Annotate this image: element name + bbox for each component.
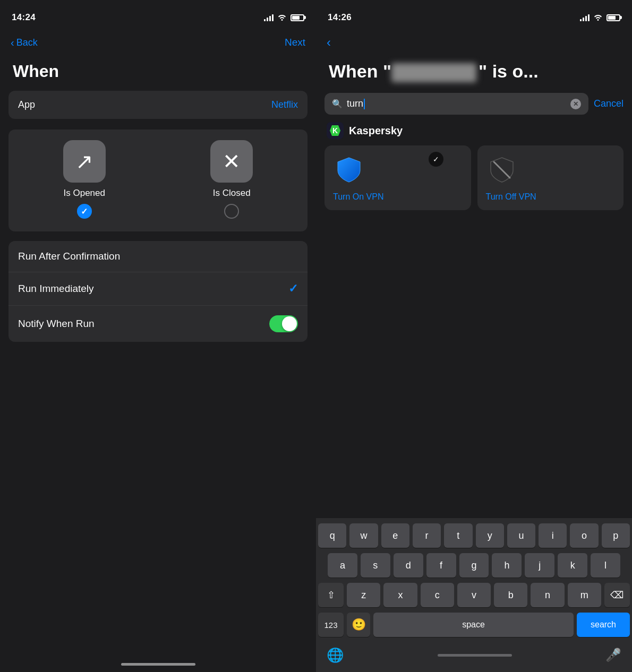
right-wifi-icon — [593, 13, 603, 22]
key-j[interactable]: j — [525, 553, 554, 578]
right-panel: 14:26 ‹ When " " is o... — [316, 0, 632, 672]
run-settings-card: Run After Confirmation Run Immediately ✓… — [8, 241, 308, 342]
page-heading: When " " is o... — [316, 56, 632, 93]
keyboard-row-4: 123 🙂 space search — [318, 613, 630, 637]
is-closed-icon: ✕ — [210, 140, 253, 183]
key-f[interactable]: f — [426, 553, 456, 578]
shield-on-icon — [335, 156, 363, 184]
search-container: 🔍 turn ✕ Cancel — [324, 93, 624, 115]
search-input[interactable]: turn — [347, 98, 566, 109]
key-y[interactable]: y — [476, 523, 504, 548]
keyboard-bottom-bar: 🌐 🎤 — [318, 642, 630, 670]
turn-on-vpn-card[interactable]: ✓ Turn On VPN — [324, 145, 471, 210]
cancel-button[interactable]: Cancel — [594, 98, 624, 109]
next-button[interactable]: Next — [285, 37, 305, 48]
is-opened-radio[interactable] — [77, 204, 92, 219]
heading-suffix: " is o... — [479, 61, 538, 81]
blurred-app-name — [391, 63, 476, 82]
delete-key[interactable]: ⌫ — [604, 583, 630, 607]
right-nav-bar: ‹ — [316, 29, 632, 56]
home-indicator-left — [121, 663, 195, 666]
left-time: 14:24 — [12, 12, 36, 23]
key-e[interactable]: e — [381, 523, 409, 548]
notify-toggle[interactable] — [269, 315, 298, 332]
run-immediately-row[interactable]: Run Immediately ✓ — [8, 272, 308, 306]
key-x[interactable]: x — [383, 583, 417, 607]
options-card: ↗ Is Opened ✕ Is Closed — [8, 130, 308, 231]
right-signal-bars-icon — [580, 14, 590, 21]
key-k[interactable]: k — [558, 553, 587, 578]
kaspersky-header: K Kaspersky — [324, 122, 624, 139]
svg-text:K: K — [332, 126, 338, 135]
kaspersky-name: Kaspersky — [349, 125, 403, 137]
microphone-icon[interactable]: 🎤 — [605, 648, 621, 662]
is-opened-option[interactable]: ↗ Is Opened — [17, 140, 152, 219]
is-closed-label: Is Closed — [213, 188, 251, 199]
globe-icon[interactable]: 🌐 — [327, 647, 344, 664]
app-label: App — [18, 99, 35, 110]
right-battery-icon — [607, 14, 620, 21]
emoji-key[interactable]: 🙂 — [347, 613, 370, 637]
vpn-on-checkmark: ✓ — [429, 152, 443, 167]
back-button[interactable]: ‹ Back — [11, 37, 38, 48]
key-p[interactable]: p — [602, 523, 630, 548]
vpn-off-label: Turn Off VPN — [486, 192, 536, 202]
shift-key[interactable]: ⇧ — [318, 583, 344, 607]
vpn-options: ✓ Turn On VPN Turn Off VPN — [324, 145, 624, 210]
keyboard-row-1: q w e r t y u i o p — [318, 523, 630, 548]
wifi-icon — [277, 13, 287, 22]
key-w[interactable]: w — [349, 523, 378, 548]
battery-icon — [291, 14, 304, 21]
search-bar[interactable]: 🔍 turn ✕ — [324, 93, 588, 115]
key-m[interactable]: m — [568, 583, 601, 607]
search-glass-icon: 🔍 — [332, 99, 343, 109]
key-o[interactable]: o — [570, 523, 598, 548]
when-title: When — [0, 56, 316, 91]
key-q[interactable]: q — [318, 523, 346, 548]
keyboard-row-3: ⇧ z x c v b n m ⌫ — [318, 583, 630, 607]
numbers-key[interactable]: 123 — [318, 613, 344, 637]
left-status-bar: 14:24 — [0, 0, 316, 29]
left-nav-bar: ‹ Back Next — [0, 29, 316, 56]
key-t[interactable]: t — [444, 523, 472, 548]
vpn-on-label: Turn On VPN — [333, 192, 383, 202]
key-a[interactable]: a — [328, 553, 357, 578]
chevron-left-icon: ‹ — [11, 37, 14, 48]
vpn-off-icon — [486, 154, 518, 186]
key-c[interactable]: c — [421, 583, 454, 607]
run-after-confirmation-row[interactable]: Run After Confirmation — [8, 241, 308, 272]
app-row[interactable]: App Netflix — [8, 91, 308, 119]
key-d[interactable]: d — [394, 553, 423, 578]
key-z[interactable]: z — [347, 583, 380, 607]
keyboard-row-2: a s d f g h j k l — [318, 553, 630, 578]
turn-off-vpn-card[interactable]: Turn Off VPN — [477, 145, 624, 210]
key-v[interactable]: v — [457, 583, 491, 607]
toggle-knob — [282, 316, 297, 331]
key-u[interactable]: u — [507, 523, 535, 548]
key-n[interactable]: n — [531, 583, 564, 607]
key-b[interactable]: b — [494, 583, 527, 607]
is-closed-radio[interactable] — [224, 204, 239, 219]
key-h[interactable]: h — [492, 553, 522, 578]
right-status-icons — [580, 13, 620, 22]
key-r[interactable]: r — [413, 523, 441, 548]
left-panel: 14:24 ‹ Back Next When — [0, 0, 316, 672]
right-back-button[interactable]: ‹ — [327, 35, 331, 50]
kaspersky-section: K Kaspersky — [316, 122, 632, 210]
heading-prefix: When " — [329, 61, 391, 81]
search-key[interactable]: search — [577, 613, 630, 637]
notify-when-run-row[interactable]: Notify When Run — [8, 306, 308, 342]
is-closed-option[interactable]: ✕ Is Closed — [165, 140, 300, 219]
space-key[interactable]: space — [373, 613, 574, 637]
signal-bars-icon — [264, 14, 274, 21]
key-s[interactable]: s — [361, 553, 390, 578]
search-clear-button[interactable]: ✕ — [570, 99, 581, 109]
vpn-on-icon — [333, 154, 365, 186]
key-i[interactable]: i — [539, 523, 567, 548]
run-immediately-label: Run Immediately — [18, 283, 94, 295]
notify-when-run-label: Notify When Run — [18, 318, 95, 330]
key-l[interactable]: l — [591, 553, 620, 578]
is-opened-icon: ↗ — [63, 140, 106, 183]
app-value: Netflix — [271, 99, 298, 110]
key-g[interactable]: g — [459, 553, 489, 578]
